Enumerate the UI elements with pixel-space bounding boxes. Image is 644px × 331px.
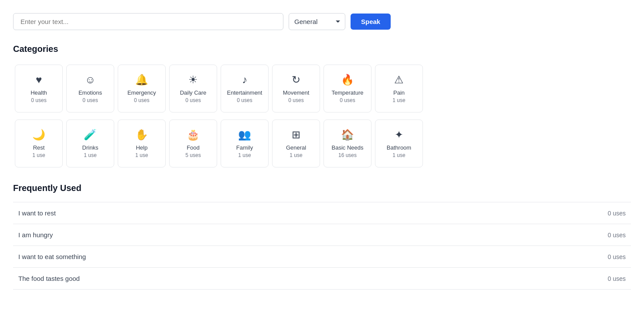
freq-item-text: The food tastes good — [18, 275, 80, 282]
movement-icon: ↻ — [292, 74, 300, 86]
bathroom-uses: 1 use — [392, 152, 405, 158]
general-icon: ⊞ — [292, 129, 300, 141]
emotions-uses: 0 uses — [82, 97, 98, 103]
daily-care-uses: 0 uses — [185, 97, 201, 103]
category-card-daily-care[interactable]: ☀Daily Care0 uses — [169, 65, 217, 113]
category-card-pain[interactable]: ⚠Pain1 use — [375, 65, 423, 113]
food-name: Food — [187, 144, 200, 152]
categories-title: Categories — [13, 44, 631, 54]
food-icon: 🎂 — [187, 129, 200, 141]
movement-name: Movement — [283, 89, 310, 97]
food-uses: 5 uses — [185, 152, 201, 158]
category-card-emergency[interactable]: 🔔Emergency0 uses — [118, 65, 166, 113]
freq-item-text: I am hungry — [18, 231, 53, 239]
health-name: Health — [31, 89, 47, 97]
movement-uses: 0 uses — [288, 97, 303, 103]
bathroom-name: Bathroom — [387, 144, 411, 152]
freq-item-uses: 0 uses — [608, 232, 626, 239]
emotions-icon: ☺ — [85, 74, 96, 86]
emergency-icon: 🔔 — [135, 74, 148, 86]
category-card-bathroom[interactable]: ✦Bathroom1 use — [375, 119, 423, 167]
categories-section: Categories ♥Health0 uses☺Emotions0 uses🔔… — [13, 44, 631, 169]
general-uses: 1 use — [290, 152, 302, 158]
rest-icon: 🌙 — [32, 129, 45, 141]
rest-uses: 1 use — [32, 152, 45, 158]
category-card-rest[interactable]: 🌙Rest1 use — [15, 119, 63, 167]
basic-needs-uses: 16 uses — [338, 152, 357, 158]
category-card-entertainment[interactable]: ♪Entertainment0 uses — [221, 65, 269, 113]
rest-name: Rest — [33, 144, 45, 152]
basic-needs-icon: 🏠 — [341, 129, 354, 141]
temperature-name: Temperature — [332, 89, 364, 97]
temperature-uses: 0 uses — [340, 97, 355, 103]
emotions-name: Emotions — [78, 89, 102, 97]
help-icon: ✋ — [135, 129, 148, 141]
drinks-name: Drinks — [82, 144, 99, 152]
freq-list-item[interactable]: I am hungry0 uses — [13, 224, 631, 246]
help-uses: 1 use — [135, 152, 148, 158]
frequently-used-section: Frequently Used I want to rest0 usesI am… — [13, 183, 631, 290]
top-bar: General Male Female Speak — [13, 13, 631, 30]
freq-item-uses: 0 uses — [608, 210, 626, 217]
daily-care-name: Daily Care — [180, 89, 207, 97]
entertainment-name: Entertainment — [227, 89, 262, 97]
category-card-emotions[interactable]: ☺Emotions0 uses — [66, 65, 114, 113]
category-card-general[interactable]: ⊞General1 use — [272, 119, 320, 167]
emergency-name: Emergency — [127, 89, 156, 97]
pain-icon: ⚠ — [394, 74, 404, 86]
drinks-icon: 🧪 — [84, 129, 97, 141]
health-uses: 0 uses — [31, 97, 46, 103]
categories-row-1: ♥Health0 uses☺Emotions0 uses🔔Emergency0 … — [13, 63, 631, 114]
speak-button[interactable]: Speak — [351, 14, 391, 30]
entertainment-uses: 0 uses — [237, 97, 252, 103]
freq-item-text: I want to rest — [18, 209, 56, 217]
freq-item-text: I want to eat something — [18, 253, 86, 260]
pain-uses: 1 use — [392, 97, 405, 103]
family-icon: 👥 — [238, 129, 251, 141]
category-card-movement[interactable]: ↻Movement0 uses — [272, 65, 320, 113]
category-card-basic-needs[interactable]: 🏠Basic Needs16 uses — [324, 119, 371, 167]
temperature-icon: 🔥 — [341, 74, 354, 86]
help-name: Help — [136, 144, 148, 152]
category-card-temperature[interactable]: 🔥Temperature0 uses — [324, 65, 371, 113]
voice-select[interactable]: General Male Female — [289, 13, 345, 30]
bathroom-icon: ✦ — [395, 129, 403, 141]
family-uses: 1 use — [238, 152, 251, 158]
category-card-food[interactable]: 🎂Food5 uses — [169, 119, 217, 167]
frequently-used-title: Frequently Used — [13, 183, 631, 193]
category-card-family[interactable]: 👥Family1 use — [221, 119, 269, 167]
emergency-uses: 0 uses — [134, 97, 149, 103]
basic-needs-name: Basic Needs — [332, 144, 364, 152]
family-name: Family — [236, 144, 253, 152]
freq-item-uses: 0 uses — [608, 253, 626, 260]
entertainment-icon: ♪ — [242, 74, 247, 86]
text-input[interactable] — [13, 13, 283, 30]
drinks-uses: 1 use — [84, 152, 96, 158]
freq-list-item[interactable]: The food tastes good0 uses — [13, 268, 631, 290]
freq-list-item[interactable]: I want to eat something0 uses — [13, 246, 631, 268]
freq-list-item[interactable]: I want to rest0 uses — [13, 202, 631, 224]
category-card-health[interactable]: ♥Health0 uses — [15, 65, 63, 113]
daily-care-icon: ☀ — [188, 74, 198, 86]
pain-name: Pain — [393, 89, 405, 97]
category-card-drinks[interactable]: 🧪Drinks1 use — [66, 119, 114, 167]
health-icon: ♥ — [36, 74, 42, 86]
freq-item-uses: 0 uses — [608, 275, 626, 282]
general-name: General — [286, 144, 306, 152]
category-card-help[interactable]: ✋Help1 use — [118, 119, 166, 167]
categories-row-2: 🌙Rest1 use🧪Drinks1 use✋Help1 use🎂Food5 u… — [13, 118, 631, 169]
